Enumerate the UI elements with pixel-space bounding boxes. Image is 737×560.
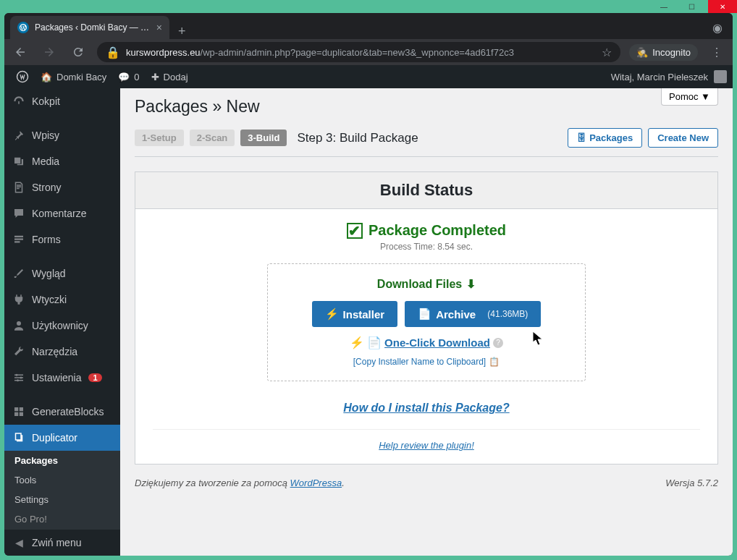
help-tab[interactable]: Pomoc ▼ (661, 88, 718, 106)
wordpress-favicon (17, 22, 29, 33)
os-titlebar: — ☐ ✕ (0, 0, 737, 13)
back-button[interactable] (10, 42, 30, 62)
sidebar-item-duplicator[interactable]: Duplicator (4, 425, 120, 451)
svg-point-1 (16, 374, 18, 376)
svg-point-2 (20, 377, 22, 379)
step-2-pill: 2-Scan (190, 130, 235, 146)
home-icon: 🏠 (41, 72, 52, 82)
dashboard-icon (12, 94, 26, 109)
wordpress-link[interactable]: WordPressa (290, 478, 342, 488)
sidebar-item-wyglad[interactable]: Wygląd (4, 260, 120, 287)
url-text: kurswordpress.eu/wp-admin/admin.php?page… (126, 47, 596, 58)
packages-button[interactable]: 🗄Packages (568, 128, 642, 148)
forms-icon (12, 232, 26, 247)
version-text: Wersja 5.7.2 (665, 478, 718, 488)
url-box[interactable]: 🔒 kurswordpress.eu/wp-admin/admin.php?pa… (97, 42, 620, 62)
collapse-menu-button[interactable]: ◀Zwiń menu (4, 529, 120, 556)
plugin-icon (12, 292, 26, 307)
browser-tabbar: Packages ‹ Domki Bacy — WordPress × + ◉ (4, 13, 733, 39)
sidebar-item-kokpit[interactable]: Kokpit (4, 88, 120, 114)
file-icon: 📄 (367, 336, 382, 349)
tab-title: Packages ‹ Domki Bacy — WordPress (35, 22, 151, 33)
wp-admin-bar: 🏠Domki Bacy 💬0 ✚Dodaj Witaj, Marcin Piel… (4, 65, 733, 88)
incognito-label: Incognito (652, 47, 691, 58)
bookmark-icon[interactable]: ☆ (602, 46, 612, 59)
sidebar-item-uzytkownicy[interactable]: Użytkownicy (4, 313, 120, 339)
panel-header: Build Status (135, 172, 717, 209)
site-name-link[interactable]: 🏠Domki Bacy (35, 65, 112, 88)
plus-icon: ✚ (151, 72, 159, 82)
step-3-pill: 3-Build (240, 130, 287, 146)
submenu-packages[interactable]: Packages (4, 451, 120, 470)
browser-addressbar: 🔒 kurswordpress.eu/wp-admin/admin.php?pa… (4, 39, 733, 65)
create-new-button[interactable]: Create New (648, 128, 718, 148)
tab-overflow-icon[interactable]: ◉ (712, 21, 733, 39)
archive-button[interactable]: 📄Archive (41.36MB) (405, 301, 541, 327)
pin-icon (12, 128, 26, 143)
incognito-icon: 🕵️ (636, 47, 648, 58)
blocks-icon (12, 404, 26, 419)
process-time: Process Time: 8.54 sec. (153, 242, 700, 252)
download-heading: Download Files ⬇ (377, 277, 476, 291)
sidebar-item-wpisy[interactable]: Wpisy (4, 122, 120, 148)
update-badge: 1 (88, 373, 101, 382)
sidebar-item-ustawienia[interactable]: Ustawienia1 (4, 365, 120, 391)
reload-button[interactable] (68, 42, 88, 62)
sidebar-item-media[interactable]: Media (4, 148, 120, 174)
check-icon: ✔ (347, 223, 363, 239)
admin-sidebar: Kokpit Wpisy Media Strony Komentarze For… (4, 88, 120, 556)
sidebar-item-strony[interactable]: Strony (4, 174, 120, 200)
maximize-button[interactable]: ☐ (681, 1, 702, 12)
duplicator-submenu: Packages Tools Settings Go Pro! (4, 451, 120, 529)
install-help-link[interactable]: How do I install this Package? (153, 402, 700, 415)
wp-logo-icon[interactable] (10, 65, 35, 88)
main-content: Pomoc ▼ Packages » New 1-Setup 2-Scan 3-… (120, 88, 733, 556)
page-icon (12, 180, 26, 195)
incognito-badge: 🕵️ Incognito (629, 44, 698, 61)
sidebar-item-komentarze[interactable]: Komentarze (4, 200, 120, 226)
comment-icon: 💬 (118, 72, 130, 82)
users-icon (12, 318, 26, 333)
submenu-tools[interactable]: Tools (4, 470, 120, 490)
sidebar-item-forms[interactable]: Forms (4, 226, 120, 253)
archive-icon: 🗄 (577, 132, 586, 143)
sidebar-item-narzedzia[interactable]: Narzędzia (4, 339, 120, 365)
sidebar-item-wtyczki[interactable]: Wtyczki (4, 287, 120, 313)
copy-installer-name-link[interactable]: [Copy Installer Name to Clipboard] 📋 (353, 357, 500, 367)
step-toolbar: 1-Setup 2-Scan 3-Build Step 3: Build Pac… (135, 128, 718, 157)
help-icon[interactable]: ? (493, 338, 503, 348)
installer-button[interactable]: ⚡Installer (312, 301, 398, 327)
one-click-download-link[interactable]: One-Click Download (384, 336, 490, 349)
completed-status: ✔ Package Completed (347, 222, 506, 239)
lock-icon: 🔒 (106, 46, 120, 59)
sidebar-item-generateblocks[interactable]: GenerateBlocks (4, 399, 120, 425)
avatar[interactable] (714, 70, 727, 83)
submenu-gopro[interactable]: Go Pro! (4, 509, 120, 529)
step-label: Step 3: Build Package (297, 131, 418, 145)
minimize-button[interactable]: — (653, 1, 675, 12)
admin-footer: Dziękujemy za tworzenie za pomocą WordPr… (135, 464, 718, 488)
submenu-settings[interactable]: Settings (4, 490, 120, 509)
comments-link[interactable]: 💬0 (112, 65, 145, 88)
page-title: Packages » New (135, 88, 718, 128)
tools-icon (12, 344, 26, 359)
add-new-link[interactable]: ✚Dodaj (146, 65, 194, 88)
duplicator-icon (12, 430, 26, 445)
bolt-icon: ⚡ (350, 336, 364, 349)
welcome-text[interactable]: Witaj, Marcin Pieleszek (611, 72, 708, 82)
review-plugin-link[interactable]: Help review the plugin! (153, 429, 700, 451)
browser-tab[interactable]: Packages ‹ Domki Bacy — WordPress × (10, 16, 169, 39)
comment-icon (12, 206, 26, 221)
tab-close-icon[interactable]: × (156, 22, 162, 33)
file-icon: 📄 (418, 307, 431, 321)
build-status-panel: Build Status ✔ Package Completed Process… (135, 171, 718, 464)
settings-icon (12, 370, 26, 385)
close-button[interactable]: ✕ (708, 0, 737, 13)
forward-button[interactable] (39, 42, 59, 62)
browser-menu-icon[interactable]: ⋮ (707, 46, 727, 59)
download-icon: ⬇ (466, 277, 476, 291)
new-tab-button[interactable]: + (169, 24, 195, 39)
bolt-icon: ⚡ (325, 307, 339, 321)
download-box: Download Files ⬇ ⚡Installer 📄Archive (41… (267, 263, 586, 381)
svg-point-3 (17, 379, 19, 381)
